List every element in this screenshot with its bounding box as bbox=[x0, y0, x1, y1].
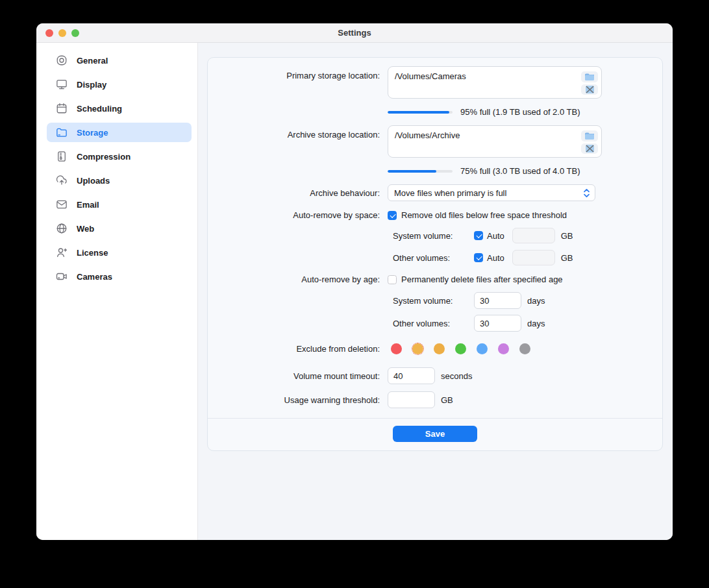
envelope-icon bbox=[56, 199, 68, 210]
exclude-color-yellow[interactable] bbox=[412, 343, 423, 354]
exclude-color-green[interactable] bbox=[455, 343, 466, 354]
video-camera-icon bbox=[56, 271, 68, 282]
sidebar-item-label: Email bbox=[77, 200, 99, 210]
mount-timeout-input[interactable] bbox=[388, 367, 435, 384]
exclude-color-orange[interactable] bbox=[434, 343, 445, 354]
exclude-color-gray[interactable] bbox=[519, 343, 530, 354]
space-system-unit: GB bbox=[561, 231, 573, 241]
space-other-gb-input[interactable] bbox=[512, 250, 555, 265]
main-content: Primary storage location: /Volumes/Camer… bbox=[198, 43, 673, 540]
primary-location-label: Primary storage location: bbox=[208, 66, 380, 80]
zip-file-icon bbox=[56, 151, 68, 162]
window-title: Settings bbox=[36, 23, 673, 42]
settings-window: Settings GeneralDisplaySchedulingStorage… bbox=[36, 23, 673, 540]
primary-location-path: /Volumes/Cameras bbox=[395, 71, 466, 95]
archive-usage-bar bbox=[388, 170, 453, 173]
space-other-auto-label: Auto bbox=[487, 253, 504, 263]
archive-clear-button[interactable] bbox=[581, 143, 598, 154]
archive-usage: 75% full (3.0 TB used of 4.0 TB) bbox=[388, 167, 662, 175]
auto-space-checkbox-label: Remove old files below free space thresh… bbox=[401, 210, 567, 220]
zoom-button[interactable] bbox=[71, 29, 79, 37]
primary-choose-folder-button[interactable] bbox=[581, 71, 598, 82]
globe-icon bbox=[56, 223, 68, 234]
primary-usage-bar bbox=[388, 111, 453, 114]
clear-x-icon bbox=[585, 144, 595, 153]
age-other-unit: days bbox=[527, 319, 545, 328]
sidebar-item-storage[interactable]: Storage bbox=[47, 123, 192, 142]
folder-icon bbox=[56, 127, 68, 138]
exclude-color-red[interactable] bbox=[391, 343, 402, 354]
monitor-icon bbox=[56, 79, 68, 90]
sidebar-item-label: General bbox=[77, 56, 108, 66]
folder-icon bbox=[584, 73, 595, 81]
exclude-color-blue[interactable] bbox=[477, 343, 488, 354]
sidebar-item-uploads[interactable]: Uploads bbox=[47, 171, 192, 190]
auto-space-checkbox[interactable] bbox=[388, 211, 397, 220]
space-other-auto-checkbox[interactable] bbox=[474, 253, 483, 262]
space-other-volumes-label: Other volumes: bbox=[393, 253, 474, 263]
exclude-color-dots bbox=[391, 343, 662, 354]
auto-space-label: Auto-remove by space: bbox=[208, 210, 380, 220]
age-system-volume-label: System volume: bbox=[393, 296, 474, 306]
mount-timeout-unit: seconds bbox=[441, 371, 472, 381]
usage-warning-label: Usage warning threshold: bbox=[208, 395, 380, 405]
archive-behaviour-select[interactable]: Move files when primary is full bbox=[388, 184, 595, 201]
space-other-unit: GB bbox=[561, 253, 573, 263]
space-system-auto-checkbox[interactable] bbox=[474, 231, 483, 240]
age-other-volumes-label: Other volumes: bbox=[393, 319, 474, 328]
sidebar-item-scheduling[interactable]: Scheduling bbox=[47, 99, 192, 118]
age-other-days-input[interactable] bbox=[474, 315, 521, 332]
exclude-deletion-label: Exclude from deletion: bbox=[208, 344, 380, 354]
sidebar-item-display[interactable]: Display bbox=[47, 75, 192, 94]
mount-timeout-label: Volume mount timeout: bbox=[208, 371, 380, 381]
title-bar: Settings bbox=[36, 23, 673, 43]
archive-location-label: Archive storage location: bbox=[208, 125, 380, 140]
space-system-gb-input[interactable] bbox=[512, 228, 555, 243]
usage-warning-input[interactable] bbox=[388, 391, 435, 408]
sidebar-item-label: License bbox=[77, 248, 108, 258]
primary-usage-text: 95% full (1.9 TB used of 2.0 TB) bbox=[460, 107, 580, 117]
traffic-lights bbox=[45, 29, 79, 37]
minimize-button[interactable] bbox=[58, 29, 66, 37]
sidebar-item-label: Display bbox=[77, 80, 106, 90]
chevron-up-down-icon bbox=[583, 188, 590, 198]
cloud-upload-icon bbox=[56, 175, 68, 186]
archive-behaviour-label: Archive behaviour: bbox=[208, 188, 380, 198]
archive-choose-folder-button[interactable] bbox=[581, 130, 598, 141]
sidebar-item-label: Storage bbox=[77, 128, 108, 138]
aperture-icon bbox=[56, 55, 68, 66]
archive-behaviour-value: Move files when primary is full bbox=[394, 188, 506, 198]
exclude-color-purple[interactable] bbox=[498, 343, 509, 354]
folder-icon bbox=[584, 132, 595, 140]
sidebar-item-general[interactable]: General bbox=[47, 51, 192, 70]
sidebar-item-cameras[interactable]: Cameras bbox=[47, 267, 192, 286]
sidebar-item-label: Scheduling bbox=[77, 104, 122, 114]
usage-warning-unit: GB bbox=[441, 395, 453, 405]
sidebar-item-label: Web bbox=[77, 224, 94, 234]
auto-age-checkbox[interactable] bbox=[388, 275, 397, 284]
sidebar-item-label: Compression bbox=[77, 152, 131, 162]
sidebar-item-label: Uploads bbox=[77, 176, 110, 186]
age-system-unit: days bbox=[527, 296, 545, 306]
auto-age-label: Auto-remove by age: bbox=[208, 275, 380, 284]
space-system-volume-label: System volume: bbox=[393, 231, 474, 241]
close-button[interactable] bbox=[45, 29, 53, 37]
archive-location-path: /Volumes/Archive bbox=[395, 130, 460, 154]
sidebar-item-web[interactable]: Web bbox=[47, 219, 192, 238]
primary-clear-button[interactable] bbox=[581, 84, 598, 95]
sidebar-item-compression[interactable]: Compression bbox=[47, 147, 192, 166]
space-system-auto-label: Auto bbox=[487, 231, 504, 241]
age-system-days-input[interactable] bbox=[474, 292, 521, 309]
calendar-icon bbox=[56, 103, 68, 114]
storage-settings-panel: Primary storage location: /Volumes/Camer… bbox=[207, 57, 663, 451]
primary-usage: 95% full (1.9 TB used of 2.0 TB) bbox=[388, 108, 662, 116]
sidebar-item-email[interactable]: Email bbox=[47, 195, 192, 214]
sidebar-item-license[interactable]: License bbox=[47, 243, 192, 262]
user-plus-icon bbox=[56, 247, 68, 258]
primary-location-field[interactable]: /Volumes/Cameras bbox=[388, 66, 602, 99]
archive-usage-text: 75% full (3.0 TB used of 4.0 TB) bbox=[460, 166, 580, 176]
save-button[interactable]: Save bbox=[393, 426, 477, 442]
panel-footer: Save bbox=[208, 418, 662, 450]
archive-location-field[interactable]: /Volumes/Archive bbox=[388, 125, 602, 158]
clear-x-icon bbox=[585, 85, 595, 94]
